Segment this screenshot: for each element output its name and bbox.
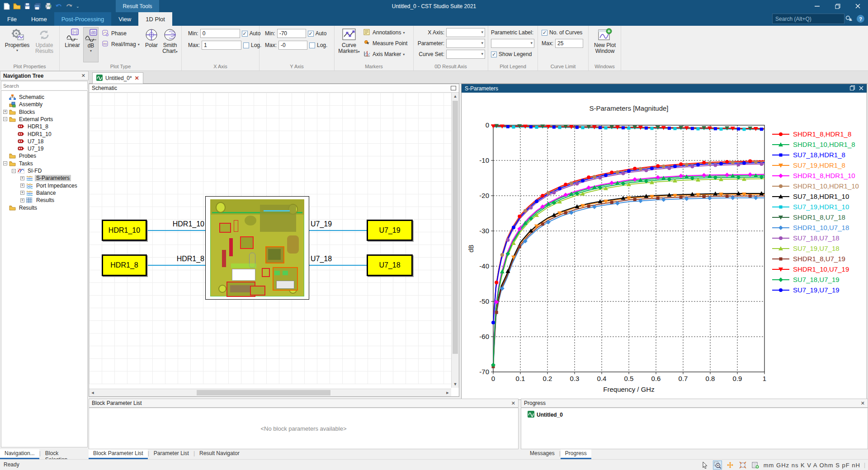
- tree-item-results[interactable]: +Results: [20, 197, 56, 204]
- tab-progress[interactable]: Progress: [561, 449, 591, 459]
- close-button[interactable]: [848, 0, 868, 12]
- tree-expander-icon[interactable]: −: [3, 117, 7, 121]
- x-auto-checkbox[interactable]: ✓: [242, 31, 248, 37]
- tree-item-blocks[interactable]: +Blocks: [3, 108, 36, 116]
- tree-item-u7-19[interactable]: U7_19: [12, 145, 45, 152]
- open-folder-icon[interactable]: [13, 3, 21, 9]
- tree-expander-icon[interactable]: −: [12, 169, 16, 173]
- legend-item-shdr1-8-hdr1-10[interactable]: SHDR1_8,HDR1_10: [772, 170, 864, 181]
- cursor-tool-icon[interactable]: [700, 461, 709, 470]
- navigation-search-input[interactable]: [1, 82, 87, 90]
- legend-item-shdr1-8-u7-18[interactable]: SHDR1_8,U7_18: [772, 212, 864, 222]
- legend-item-shdr1-8-u7-19[interactable]: SHDR1_8,U7_19: [772, 254, 864, 264]
- x-min-input[interactable]: [200, 29, 240, 38]
- legend-item-shdr1-10-u7-19[interactable]: SHDR1_10,U7_19: [772, 264, 864, 274]
- curve-markers-button[interactable]: CurveMarkers▾: [337, 27, 361, 62]
- annotations-button[interactable]: Annotations▾: [363, 28, 405, 38]
- 0d-curve-set-select[interactable]: [446, 50, 485, 59]
- schematic-canvas[interactable]: HDR1_10HDR1_8U7_19U7_18HDR1_10U7_19HDR1_…: [89, 93, 451, 384]
- tree-item-assembly[interactable]: Assembly: [3, 101, 44, 108]
- fit-view-icon[interactable]: [738, 461, 747, 470]
- minimize-button[interactable]: [807, 0, 827, 12]
- tree-item-si-fd[interactable]: −SI-FD: [12, 167, 43, 174]
- show-legend-checkbox[interactable]: ✓: [491, 52, 497, 57]
- tree-item-external-ports[interactable]: −External Ports: [3, 116, 54, 123]
- legend-item-su7-18-hdr1-8[interactable]: SU7_18,HDR1_8: [772, 150, 864, 160]
- real-imag-button[interactable]: RI Real/Imag▾: [102, 39, 140, 49]
- tab-parameter-list[interactable]: Parameter List: [149, 449, 193, 459]
- update-results-button[interactable]: UpdateResults: [32, 27, 57, 62]
- y-log-checkbox[interactable]: [309, 42, 315, 48]
- tree-expander-icon[interactable]: +: [20, 198, 24, 202]
- pan-tool-icon[interactable]: [726, 461, 735, 470]
- legend-item-su7-19-hdr1-10[interactable]: SU7_19,HDR1_10: [772, 202, 864, 212]
- app-search-input[interactable]: [775, 16, 845, 22]
- tree-item-port-impedances[interactable]: +Port Impedances: [20, 182, 79, 189]
- schematic-wire[interactable]: [147, 230, 205, 231]
- phase-button[interactable]: Phase: [102, 28, 127, 38]
- schematic-maximize-icon[interactable]: [451, 86, 456, 90]
- tree-expander-icon[interactable]: +: [20, 183, 24, 188]
- tab-navigation-[interactable]: Navigation...: [0, 449, 39, 459]
- 0d-parameter-select[interactable]: [446, 39, 485, 48]
- menu-tab-1d-plot[interactable]: 1D Plot: [138, 12, 172, 26]
- legend-item-su7-19-hdr1-8[interactable]: SU7_19,HDR1_8: [772, 160, 864, 170]
- y-max-input[interactable]: [278, 41, 307, 50]
- collapse-ribbon-icon[interactable]: ▲: [848, 16, 853, 22]
- linear-button[interactable]: |=| Linear: [64, 27, 80, 62]
- db-button[interactable]: dB dB ▾: [83, 27, 99, 62]
- legend-item-shdr1-8-hdr1-8[interactable]: SHDR1_8,HDR1_8: [772, 129, 864, 139]
- schematic-block-u7_18[interactable]: U7_18: [367, 254, 413, 276]
- net-label-u7_18[interactable]: U7_18: [311, 255, 332, 263]
- legend-item-su7-19-u7-18[interactable]: SU7_19,U7_18: [772, 243, 864, 254]
- new-plot-window-button[interactable]: New PlotWindow: [592, 27, 618, 62]
- save-icon[interactable]: [24, 3, 31, 9]
- tree-expander-icon[interactable]: +: [20, 191, 24, 195]
- tree-expander-icon[interactable]: +: [20, 176, 24, 180]
- contextual-tab-result-tools[interactable]: Result Tools: [116, 0, 159, 12]
- legend-item-shdr1-10-u7-18[interactable]: SHDR1_10,U7_18: [772, 222, 864, 233]
- legend-item-shdr1-10-hdr1-8[interactable]: SHDR1_10,HDR1_8: [772, 139, 864, 150]
- y-auto-checkbox[interactable]: ✓: [308, 31, 314, 37]
- net-label-hdr1_8[interactable]: HDR1_8: [177, 255, 204, 263]
- redo-icon[interactable]: [66, 3, 73, 9]
- tree-item-hdr1-8[interactable]: HDR1_8: [12, 123, 50, 130]
- plot-restore-icon[interactable]: [850, 85, 855, 92]
- schematic-horizontal-scrollbar[interactable]: ◄ ►: [89, 389, 451, 396]
- tab-result-navigator[interactable]: Result Navigator: [195, 449, 244, 459]
- schematic-block-hdr1_8[interactable]: HDR1_8: [102, 254, 147, 276]
- undo-icon[interactable]: [55, 3, 62, 9]
- y-min-input[interactable]: [277, 29, 306, 38]
- tree-item-tasks[interactable]: −Tasks: [3, 160, 34, 167]
- menu-tab-file[interactable]: File: [0, 12, 24, 26]
- tree-item-hdr1-10[interactable]: HDR1_10: [12, 131, 53, 138]
- legend-item-su7-19-u7-19[interactable]: SU7_19,U7_19: [772, 285, 864, 295]
- app-search-box[interactable]: [772, 14, 844, 24]
- net-label-hdr1_10[interactable]: HDR1_10: [173, 220, 204, 228]
- legend-item-shdr1-10-hdr1-10[interactable]: SHDR1_10,HDR1_10: [772, 181, 864, 191]
- menu-tab-home[interactable]: Home: [24, 12, 54, 26]
- menu-tab-view[interactable]: View: [111, 12, 138, 26]
- new-file-icon[interactable]: [4, 3, 10, 10]
- schematic-vertical-scrollbar[interactable]: ▲ ▼: [451, 93, 459, 388]
- tab-block-selection-[interactable]: Block Selection...: [41, 449, 89, 459]
- restore-button[interactable]: [827, 0, 848, 12]
- no-of-curves-checkbox[interactable]: ✓: [542, 30, 547, 36]
- tree-item-schematic[interactable]: Schematic: [3, 94, 46, 101]
- tree-item-results[interactable]: Results: [3, 204, 38, 212]
- legend-item-su7-18-u7-18[interactable]: SU7_18,U7_18: [772, 233, 864, 243]
- s-parameters-plot-area[interactable]: S-Parameters [Magnitude]Frequency / GHzd…: [462, 93, 867, 400]
- navigation-tree-close-icon[interactable]: ✕: [81, 73, 85, 79]
- help-icon[interactable]: ?: [857, 15, 864, 23]
- schematic-block-hdr1_10[interactable]: HDR1_10: [102, 220, 147, 241]
- print-icon[interactable]: [45, 3, 52, 9]
- tab-block-parameter-list[interactable]: Block Parameter List: [89, 449, 148, 459]
- measure-point-button[interactable]: Measure Point: [363, 38, 407, 48]
- add-result-icon[interactable]: [751, 461, 760, 470]
- zoom-tool-icon[interactable]: [713, 461, 722, 470]
- schematic-block-u7_19[interactable]: U7_19: [367, 220, 413, 241]
- tree-expander-icon[interactable]: +: [3, 110, 7, 114]
- tree-item-u7-18[interactable]: U7_18: [12, 138, 45, 145]
- legend-item-su7-18-hdr1-10[interactable]: SU7_18,HDR1_10: [772, 191, 864, 202]
- block-parameter-list-close-icon[interactable]: ✕: [511, 400, 515, 406]
